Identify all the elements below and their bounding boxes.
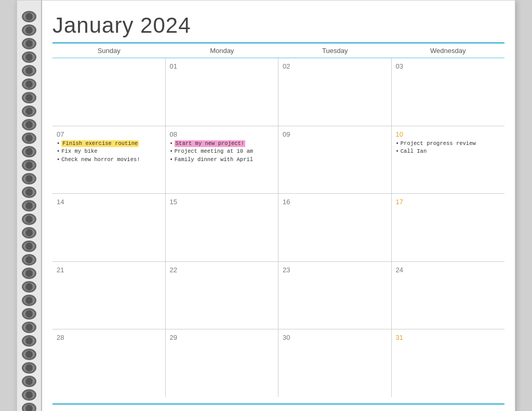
calendar-cell-10[interactable]: 10•Project progress review•Call Ian [392, 126, 505, 194]
calendar-cell-22[interactable]: 22 [166, 262, 279, 329]
calendar-event[interactable]: •Start my new project! [170, 140, 274, 148]
cell-date: 21 [57, 266, 161, 274]
cell-date: 23 [283, 266, 387, 274]
calendar-cell-02[interactable]: 02 [278, 58, 392, 126]
event-text: Family dinner with April [175, 156, 253, 164]
cell-date: 17 [396, 198, 501, 206]
calendar-event[interactable]: •Check new horror movies! [57, 156, 161, 164]
event-text: Call Ian [401, 148, 427, 155]
event-bullet-icon: • [396, 140, 399, 147]
calendar-cell-09[interactable]: 09 [278, 126, 392, 194]
cell-date: 16 [283, 198, 387, 206]
ring [22, 349, 36, 360]
day-header-sunday: Sunday [52, 47, 166, 55]
calendar-cell-29[interactable]: 29 [166, 329, 279, 397]
calendar-event[interactable]: •Fix my bike [57, 148, 161, 155]
ring [22, 200, 36, 211]
calendar-week-4: 21222324 [52, 262, 504, 330]
ring [22, 146, 36, 157]
day-header-monday: Monday [166, 47, 279, 55]
calendar-cell-[interactable] [52, 58, 166, 126]
ring [22, 92, 36, 103]
calendar-week-2: 07•Finish exercise routine•Fix my bike•C… [52, 126, 504, 194]
ring [22, 241, 36, 252]
ring [22, 38, 36, 49]
calendar-content: January 2024 Sunday Monday Tuesday Wedne… [42, 1, 515, 411]
ring [22, 214, 36, 225]
event-text: Project meeting at 10 am [175, 148, 253, 155]
ring [22, 308, 36, 320]
ring [22, 24, 36, 36]
day-header-tuesday: Tuesday [278, 47, 392, 55]
calendar-cell-24[interactable]: 24 [392, 262, 505, 329]
cell-date: 22 [170, 266, 274, 274]
ring [22, 51, 36, 63]
cell-date: 30 [283, 334, 387, 341]
ring [22, 335, 36, 347]
ring [22, 281, 36, 293]
ring [22, 132, 36, 144]
cell-date: 28 [57, 334, 161, 341]
calendar-cell-01[interactable]: 01 [166, 58, 279, 126]
calendar-cell-21[interactable]: 21 [52, 262, 166, 329]
ring [22, 362, 36, 374]
event-bullet-icon: • [170, 156, 173, 163]
ring [22, 187, 36, 198]
cell-date: 24 [396, 266, 501, 274]
cell-date: 15 [170, 198, 274, 206]
ring [22, 160, 36, 171]
calendar-event[interactable]: •Call Ian [396, 148, 501, 155]
ring [22, 65, 36, 76]
calendar-cell-14[interactable]: 14 [52, 194, 166, 261]
calendar-week-5: 28293031 [52, 329, 504, 397]
event-text: Project progress review [401, 140, 476, 148]
ring [22, 227, 36, 238]
ring [22, 295, 36, 306]
ring [22, 254, 36, 266]
cell-date: 10 [396, 130, 501, 138]
calendar-cell-31[interactable]: 31 [392, 329, 505, 397]
notebook-container: January 2024 Sunday Monday Tuesday Wedne… [17, 0, 515, 411]
cell-date: 02 [283, 62, 387, 70]
calendar-cell-23[interactable]: 23 [278, 262, 392, 329]
cell-date: 14 [57, 198, 161, 206]
calendar-event[interactable]: •Project meeting at 10 am [170, 148, 274, 155]
calendar-cell-28[interactable]: 28 [52, 329, 166, 397]
calendar-cell-15[interactable]: 15 [166, 194, 279, 261]
ring [22, 78, 36, 90]
cell-date: 31 [396, 334, 501, 341]
calendar-event[interactable]: •Project progress review [396, 140, 501, 148]
calendar-cell-03[interactable]: 03 [392, 58, 505, 126]
bottom-divider [52, 403, 504, 405]
day-header-wednesday: Wednesday [392, 47, 505, 55]
calendar-cell-17[interactable]: 17 [392, 194, 505, 261]
cell-date: 08 [170, 130, 274, 138]
calendar-cell-08[interactable]: 08•Start my new project!•Project meeting… [166, 126, 279, 194]
event-text: Check new horror movies! [61, 156, 140, 164]
spiral-binding [17, 1, 42, 411]
calendar-event[interactable]: •Finish exercise routine [57, 140, 161, 148]
calendar-cell-07[interactable]: 07•Finish exercise routine•Fix my bike•C… [52, 126, 166, 194]
calendar-cell-30[interactable]: 30 [278, 329, 392, 397]
event-bullet-icon: • [170, 140, 173, 147]
event-bullet-icon: • [57, 140, 60, 147]
cell-date: 29 [170, 334, 274, 341]
ring [22, 322, 36, 333]
ring [22, 376, 36, 387]
event-text: Start my new project! [175, 140, 245, 148]
calendar-week-3: 14151617 [52, 194, 504, 262]
event-bullet-icon: • [57, 148, 60, 154]
calendar-title: January 2024 [52, 13, 504, 38]
ring [22, 268, 36, 279]
cell-date: 07 [57, 130, 161, 138]
cell-date: 03 [396, 62, 501, 70]
ring [22, 389, 36, 401]
calendar-cell-16[interactable]: 16 [278, 194, 392, 261]
ring [22, 11, 36, 22]
ring [22, 173, 36, 184]
calendar-week-1: 010203 [52, 58, 504, 126]
event-text: Finish exercise routine [61, 140, 139, 148]
event-bullet-icon: • [170, 148, 173, 154]
event-bullet-icon: • [396, 148, 399, 154]
calendar-event[interactable]: •Family dinner with April [170, 156, 274, 164]
